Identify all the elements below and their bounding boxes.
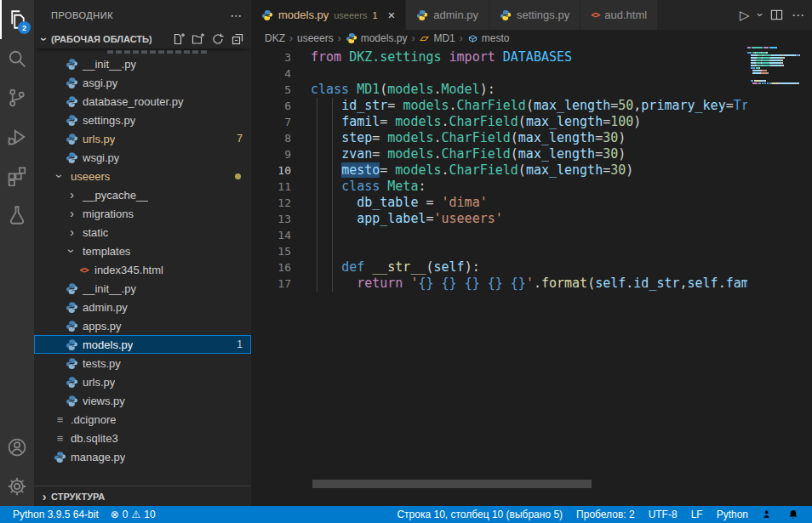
line-number[interactable]: 10 xyxy=(251,162,291,179)
feedback-icon[interactable] xyxy=(758,509,778,520)
code-line[interactable]: 3from DKZ.settings import DATABASES xyxy=(251,49,747,65)
tree-item-database_roouter.py[interactable]: database_roouter.py xyxy=(34,92,251,111)
activity-item-run-debug[interactable] xyxy=(0,117,34,156)
tree-folder-static[interactable]: ›static xyxy=(34,223,251,242)
code-line[interactable]: 5class MD1(models.Model): xyxy=(251,82,747,98)
tree-item-.dcignore[interactable]: ≡.dcignore xyxy=(34,410,251,429)
code-line[interactable]: 4 xyxy=(251,65,747,82)
horizontal-scrollbar-thumb[interactable] xyxy=(312,480,592,488)
tab-settings.py[interactable]: settings.py xyxy=(489,0,580,30)
line-number[interactable]: 9 xyxy=(251,146,291,162)
code-line[interactable]: 7 famil= models.CharField(max_length=100… xyxy=(251,114,747,130)
tree-item-manage.py[interactable]: manage.py xyxy=(34,447,251,466)
code-editor[interactable]: 3from DKZ.settings import DATABASES45cla… xyxy=(251,47,747,479)
python-file-icon xyxy=(54,451,66,463)
partially-visible-tree-item[interactable] xyxy=(34,48,251,54)
code-line[interactable]: 12 db_table = 'dima' xyxy=(251,195,747,211)
activity-item-accounts[interactable] xyxy=(0,428,34,467)
line-number[interactable]: 11 xyxy=(251,179,291,195)
activity-item-settings[interactable] xyxy=(0,467,34,506)
run-dropdown-icon[interactable]: › xyxy=(753,13,766,16)
line-number[interactable]: 6 xyxy=(251,98,291,114)
breadcrumb-item-DKZ[interactable]: DKZ xyxy=(265,32,285,44)
breadcrumb-item-useeers[interactable]: useeers xyxy=(297,32,334,44)
collapse-all-icon[interactable] xyxy=(229,31,246,48)
tree-item-admin.py[interactable]: admin.py xyxy=(34,298,251,316)
close-icon[interactable]: × xyxy=(388,9,396,21)
tree-item-__init__.py[interactable]: __init__.py xyxy=(34,279,251,298)
language-mode-status[interactable]: Python xyxy=(712,509,752,520)
tree-item-settings.py[interactable]: settings.py xyxy=(34,111,251,129)
minimap[interactable] xyxy=(747,47,803,479)
code-line[interactable]: 14 xyxy=(251,227,747,243)
encoding-status[interactable]: UTF-8 xyxy=(644,509,682,520)
new-file-icon[interactable] xyxy=(170,31,187,48)
more-actions-icon[interactable]: ⋯ xyxy=(231,9,243,22)
code-line[interactable]: 15 xyxy=(251,243,747,259)
eol-status[interactable]: LF xyxy=(687,509,707,520)
code-line[interactable]: 17 return '{} {} {} {} {}'.format(self.i… xyxy=(251,276,747,292)
breadcrumb-item-mesto[interactable]: mesto xyxy=(467,32,510,44)
tab-admin.py[interactable]: admin.py xyxy=(406,0,489,30)
code-line[interactable]: 10 mesto= models.CharField(max_length=30… xyxy=(251,162,747,179)
python-interpreter-status[interactable]: Python 3.9.5 64-bit xyxy=(9,509,103,520)
activity-item-explorer[interactable]: 2 xyxy=(0,0,34,39)
tab-models.py[interactable]: models.pyuseeers1× xyxy=(251,0,406,30)
tree-folder-__pycache__[interactable]: ›__pycache__ xyxy=(34,185,251,204)
activity-item-extensions[interactable] xyxy=(0,156,34,196)
line-number[interactable]: 15 xyxy=(251,243,291,259)
activity-item-testing[interactable] xyxy=(0,196,34,235)
code-line[interactable]: 6 id_str= models.CharField(max_length=50… xyxy=(251,98,747,114)
tree-item-urls.py[interactable]: urls.py7 xyxy=(34,129,251,148)
code-line[interactable]: 16 def __str__(self): xyxy=(251,259,747,276)
line-number[interactable]: 14 xyxy=(251,227,291,243)
line-number[interactable]: 12 xyxy=(251,195,291,211)
problems-status[interactable]: ⊗ 0 ⚠ 10 xyxy=(106,509,160,520)
indentation-status[interactable]: Пробелов: 2 xyxy=(572,509,639,520)
refresh-icon[interactable] xyxy=(209,31,226,48)
tree-item-models.py[interactable]: models.py1 xyxy=(34,335,251,354)
notifications-bell-icon[interactable] xyxy=(783,509,803,520)
run-icon[interactable]: ▷ xyxy=(740,9,750,21)
python-file-icon xyxy=(261,9,273,21)
code-line[interactable]: 8 step= models.CharField(max_length=30) xyxy=(251,130,747,146)
split-editor-icon[interactable] xyxy=(770,9,783,21)
line-number[interactable]: 7 xyxy=(251,114,291,130)
line-number[interactable]: 4 xyxy=(251,65,291,82)
tree-item-tests.py[interactable]: tests.py xyxy=(34,354,251,372)
tree-item-wsgi.py[interactable]: wsgi.py xyxy=(34,148,251,167)
code-token: ( xyxy=(518,162,526,178)
tree-item-__init__.py[interactable]: __init__.py xyxy=(34,54,251,73)
line-number[interactable]: 8 xyxy=(251,130,291,146)
more-actions-icon[interactable]: ⋯ xyxy=(792,8,805,23)
new-folder-icon[interactable] xyxy=(190,31,207,48)
tree-item-asgi.py[interactable]: asgi.py xyxy=(34,73,251,92)
tree-item-db.sqlite3[interactable]: ≡db.sqlite3 xyxy=(34,429,251,447)
activity-item-source-control[interactable] xyxy=(0,78,34,117)
chevron-right-icon: › xyxy=(37,491,51,503)
tree-item-apps.py[interactable]: apps.py xyxy=(34,316,251,335)
workspace-section-header[interactable]: › (РАБОЧАЯ ОБЛАСТЬ) ... xyxy=(34,30,251,48)
code-line[interactable]: 13 app_label='useeers' xyxy=(251,211,747,227)
tree-item-urls.py[interactable]: urls.py xyxy=(34,372,251,391)
line-number[interactable]: 13 xyxy=(251,211,291,227)
breadcrumb-item-MD1[interactable]: MD1 xyxy=(419,32,455,44)
outline-section-header[interactable]: › СТРУКТУРА xyxy=(34,486,251,506)
tree-item-views.py[interactable]: views.py xyxy=(34,391,251,410)
tab-aud.html[interactable]: <>aud.html xyxy=(580,0,658,30)
minimap-line xyxy=(747,75,803,77)
code-line[interactable]: 9 zvan= models.CharField(max_length=30) xyxy=(251,146,747,162)
breadcrumb-item-models.py[interactable]: models.py xyxy=(346,32,408,44)
tree-folder-useeers[interactable]: ›useeers xyxy=(34,167,251,185)
line-number[interactable]: 5 xyxy=(251,82,291,98)
tree-item-index345.html[interactable]: <>index345.html xyxy=(34,260,251,279)
tree-folder-templates[interactable]: ›templates xyxy=(34,242,251,260)
tree-folder-migrations[interactable]: ›migrations xyxy=(34,204,251,223)
code-line[interactable]: 11 class Meta: xyxy=(251,179,747,195)
line-number[interactable]: 17 xyxy=(251,276,291,292)
activity-item-search[interactable] xyxy=(0,39,34,78)
cursor-position-status[interactable]: Строка 10, столбец 10 (выбрано 5) xyxy=(392,509,567,520)
line-number[interactable]: 3 xyxy=(251,49,291,65)
code-token: CharField xyxy=(449,162,518,178)
line-number[interactable]: 16 xyxy=(251,259,291,276)
